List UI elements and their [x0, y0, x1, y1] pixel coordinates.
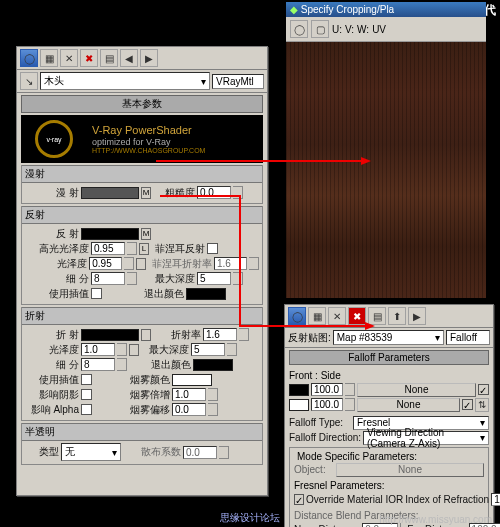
material-type-button[interactable]: VRayMtl	[212, 74, 264, 89]
vray-logo-ring: v·ray	[35, 120, 73, 158]
affect-shadows-label: 影响阴影	[25, 388, 79, 402]
refr-gloss-label: 光泽度	[25, 343, 79, 357]
assign-icon[interactable]: ✕	[60, 49, 78, 67]
annotation-arrow-reflect	[160, 196, 380, 348]
vray-headline: V-Ray PowerShader	[92, 124, 205, 137]
refl-gloss-map[interactable]	[136, 258, 146, 270]
refl-subdiv-input[interactable]: 8	[91, 272, 125, 285]
chevron-down-icon: ▾	[201, 76, 206, 87]
pick-icon[interactable]: ↘	[20, 72, 38, 90]
fog-bias-input[interactable]: 0.0	[172, 403, 206, 416]
annotation-arrow-diffuse	[156, 155, 376, 177]
diffuse-map-button[interactable]: M	[141, 187, 151, 199]
viewer-toolbar: ◯ ▢ U: V: W: UV	[286, 17, 486, 42]
hilight-input[interactable]: 0.95	[91, 242, 125, 255]
chevron-down-icon: ▾	[480, 432, 485, 443]
viewer-titlebar[interactable]: ◆ Specify Cropping/Pla	[286, 2, 486, 17]
get-material-icon[interactable]: ◯	[20, 49, 38, 67]
refl-interp-checkbox[interactable]	[91, 288, 102, 299]
front-map-button[interactable]: None	[357, 383, 476, 397]
refl-gloss-label: 光泽度	[25, 257, 87, 271]
diffuse-label: 漫 射	[25, 186, 79, 200]
refr-gloss-map[interactable]	[129, 344, 139, 356]
spinner-icon[interactable]	[117, 343, 127, 356]
side-enable-checkbox[interactable]: ✓	[462, 399, 473, 410]
circle-tool-icon[interactable]: ◯	[290, 20, 308, 38]
spinner-icon	[219, 446, 229, 459]
uv-label: UV	[372, 24, 386, 35]
material-type-label: VRayMtl	[216, 76, 254, 87]
refr-exit-swatch[interactable]	[193, 359, 233, 371]
reflect-label: 反 射	[25, 227, 79, 241]
square-tool-icon[interactable]: ▢	[311, 20, 329, 38]
refr-interp-checkbox[interactable]	[81, 374, 92, 385]
reflect-color-swatch[interactable]	[81, 228, 139, 240]
footer: 思缘设计论坛 http://www.missyuan.com	[0, 508, 500, 527]
falloff-ior-input[interactable]: 1.6	[491, 493, 500, 506]
refract-map-button[interactable]	[141, 329, 151, 341]
side-value-input[interactable]: 100.0	[311, 398, 343, 411]
fog-color-swatch[interactable]	[172, 374, 212, 386]
map-type-button[interactable]: Falloff	[446, 330, 490, 345]
refl-gloss-input[interactable]: 0.95	[89, 257, 122, 270]
show-map-icon[interactable]: ▤	[100, 49, 118, 67]
fog-bias-label: 烟雾偏移	[130, 403, 170, 417]
swap-icon[interactable]: ⇅	[475, 398, 489, 412]
falloff-dir-dropdown[interactable]: Viewing Direction (Camera Z-Axis)▾	[363, 431, 489, 445]
front-value-input[interactable]: 100.0	[311, 383, 343, 396]
spinner-icon[interactable]	[345, 383, 355, 396]
u-label: U:	[332, 24, 342, 35]
chevron-down-icon: ▾	[435, 332, 440, 343]
spinner-icon[interactable]	[208, 388, 218, 401]
reflect-map-button[interactable]: M	[141, 228, 151, 240]
svg-marker-1	[361, 157, 371, 165]
refl-interp-label: 使用插值	[25, 287, 89, 301]
override-ior-checkbox[interactable]: ✓	[294, 494, 304, 505]
falloff-type-label: Falloff Type:	[289, 417, 351, 428]
front-enable-checkbox[interactable]: ✓	[478, 384, 489, 395]
refract-color-swatch[interactable]	[81, 329, 139, 341]
ior-text-label: Index of Refraction	[405, 494, 489, 505]
texture-viewer-icon: ◆	[290, 4, 298, 15]
affect-alpha-label: 影响 Alpha	[25, 403, 79, 417]
nav-right-icon[interactable]: ▶	[140, 49, 158, 67]
refr-subdiv-input[interactable]: 8	[81, 358, 115, 371]
refr-gloss-input[interactable]: 1.0	[81, 343, 115, 356]
side-color-swatch[interactable]	[289, 399, 309, 411]
spinner-icon[interactable]	[208, 403, 218, 416]
spinner-icon[interactable]	[127, 242, 137, 255]
fog-mult-label: 烟雾倍增	[130, 388, 170, 402]
spinner-icon[interactable]	[124, 257, 134, 270]
falloff-params-header[interactable]: Falloff Parameters	[289, 350, 489, 365]
put-material-icon[interactable]: ▦	[40, 49, 58, 67]
refl-subdiv-label: 细 分	[25, 272, 89, 286]
fog-mult-input[interactable]: 1.0	[172, 388, 206, 401]
chevron-down-icon: ▾	[480, 417, 485, 428]
vray-url: HTTP://WWW.CHAOSGROUP.COM	[92, 147, 205, 154]
lock-button[interactable]: L	[139, 243, 149, 255]
vray-logo: v·ray	[24, 118, 84, 160]
trans-type-label: 类型	[25, 445, 59, 459]
nav-left-icon[interactable]: ◀	[120, 49, 138, 67]
diffuse-color-swatch[interactable]	[81, 187, 139, 199]
side-map-button[interactable]: None	[357, 398, 460, 412]
spinner-icon[interactable]	[117, 358, 127, 371]
mode-specific-title: Mode Specific Parameters:	[294, 451, 420, 462]
affect-alpha-checkbox[interactable]	[81, 404, 92, 415]
translucency-header: 半透明	[22, 423, 262, 441]
go-sibling-icon[interactable]: ▶	[408, 307, 426, 325]
go-parent-icon[interactable]: ⬆	[388, 307, 406, 325]
hilight-label: 高光光泽度	[25, 242, 89, 256]
reset-icon[interactable]: ✖	[80, 49, 98, 67]
spinner-icon[interactable]	[345, 398, 355, 411]
spinner-icon[interactable]	[127, 272, 137, 285]
vray-subtext: optimized for V-Ray	[92, 137, 205, 147]
front-color-swatch[interactable]	[289, 384, 309, 396]
basic-params-header[interactable]: 基本参数	[21, 95, 263, 113]
object-pick-button: None	[336, 463, 484, 477]
object-label: Object:	[294, 464, 334, 475]
affect-shadows-checkbox[interactable]	[81, 389, 92, 400]
footer-url: http://www.missyuan.com	[379, 514, 492, 525]
trans-type-dropdown[interactable]: 无▾	[61, 443, 121, 461]
material-name-dropdown[interactable]: 木头▾	[40, 72, 210, 90]
